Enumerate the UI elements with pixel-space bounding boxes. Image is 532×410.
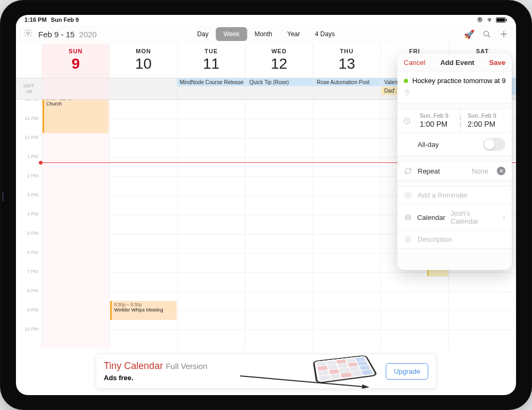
gear-icon[interactable] — [23, 28, 33, 40]
view-day[interactable]: Day — [190, 27, 216, 41]
wifi-icon — [486, 17, 493, 23]
allday-cell-thu[interactable]: Rose Automation Post — [314, 78, 381, 99]
allday-event[interactable]: Quick Tip (Rose) — [247, 78, 314, 87]
hour-label: 5 PM — [16, 231, 41, 250]
allday-cell-sun[interactable] — [41, 78, 109, 99]
allday-cell-mon[interactable] — [109, 78, 177, 99]
note-icon — [404, 236, 412, 243]
ad-subtitle: Full Version — [165, 362, 207, 371]
cancel-button[interactable]: Cancel — [404, 59, 425, 67]
svg-point-10 — [406, 91, 408, 93]
add-event-popover: Cancel Add Event Save — [397, 53, 512, 270]
day-column-thu[interactable] — [313, 100, 380, 349]
allday-toggle[interactable] — [483, 138, 505, 151]
allday-event[interactable]: Rose Automation Post — [314, 78, 381, 87]
calendar-icon — [404, 214, 412, 221]
clear-repeat-icon[interactable]: ✕ — [497, 167, 505, 175]
event-title-row[interactable] — [397, 71, 512, 86]
location-icon — [404, 89, 411, 97]
hour-label: 7 PM — [16, 269, 41, 288]
event-title-input[interactable] — [412, 77, 505, 85]
svg-point-5 — [27, 32, 30, 35]
day-number: 9 — [42, 55, 109, 72]
hour-label: 1 PM — [16, 154, 41, 173]
event-church[interactable]: 9:45 – 11:45 Church — [43, 100, 109, 133]
view-year[interactable]: Year — [280, 27, 307, 41]
screen: 1:16 PM Sun Feb 9 Feb 9 - 15 — [16, 15, 516, 395]
end-datetime[interactable]: Sun, Feb 9 2:00 PM — [460, 109, 508, 133]
hour-label: 9 PM — [16, 307, 41, 326]
event-time: 8:30p – 9:30p — [114, 302, 174, 307]
repeat-icon — [404, 167, 412, 175]
orientation-lock-icon — [477, 17, 483, 23]
allday-cell-tue[interactable]: MindNode Course Release — [177, 78, 246, 99]
save-button[interactable]: Save — [489, 59, 505, 67]
plus-circle-icon — [404, 192, 412, 199]
view-switcher: Day Week Month Year 4 Days — [190, 27, 343, 41]
view-week[interactable]: Week — [216, 27, 247, 41]
event-title: Winkler Whips Meeting — [114, 307, 174, 313]
battery-icon — [496, 17, 508, 23]
hour-label: 3 PM — [16, 192, 41, 211]
svg-point-6 — [484, 31, 488, 36]
timezone-label: GMT -06 — [16, 78, 41, 99]
ipad-frame: 1:16 PM Sun Feb 9 Feb 9 - 15 — [0, 0, 532, 410]
status-time: 1:16 PM — [24, 17, 47, 23]
day-header-thu[interactable]: THU 13 — [313, 44, 380, 78]
day-number: 11 — [178, 55, 245, 72]
search-icon[interactable] — [482, 29, 492, 39]
calendar-value: Josh's Calendar — [451, 209, 497, 225]
calendar-row[interactable]: Calendar Josh's Calendar › — [397, 204, 512, 230]
date-range-text: Feb 9 - 15 — [38, 30, 74, 39]
reminder-label: Add a Reminder — [418, 191, 468, 199]
upgrade-button[interactable]: Upgrade — [386, 363, 428, 380]
svg-rect-4 — [506, 19, 507, 21]
dow-label: TUE — [178, 48, 245, 54]
event-whips[interactable]: 8:30p – 9:30p Winkler Whips Meeting — [110, 301, 176, 320]
description-row[interactable]: Description — [397, 230, 512, 248]
day-column-wed[interactable] — [245, 100, 312, 349]
repeat-row[interactable]: Repeat None ✕ — [397, 162, 512, 180]
day-number: 12 — [245, 55, 312, 72]
add-icon[interactable] — [499, 29, 509, 39]
calendar-label: Calendar — [417, 214, 445, 222]
event-title: Church — [46, 101, 106, 106]
dow-label: SUN — [42, 48, 109, 54]
dow-label: THU — [313, 48, 380, 54]
app-toolbar: Feb 9 - 15 2020 Day Week Month Year 4 Da… — [16, 24, 516, 44]
date-range-year: 2020 — [79, 30, 97, 39]
svg-rect-3 — [496, 18, 505, 21]
day-number: 10 — [110, 55, 177, 72]
day-column-sun[interactable]: 9:45 – 11:45 Church — [41, 100, 109, 349]
hour-label: 12 PM — [16, 135, 41, 154]
allday-row[interactable]: All-day — [397, 133, 512, 155]
hour-label: 4 PM — [16, 211, 41, 231]
day-column-mon[interactable]: 8:30p – 9:30p Winkler Whips Meeting — [109, 100, 177, 349]
allday-cell-wed[interactable]: Quick Tip (Rose) — [246, 78, 314, 99]
hour-label: 6 PM — [16, 250, 41, 269]
date-range-title[interactable]: Feb 9 - 15 2020 — [38, 30, 97, 39]
view-month[interactable]: Month — [247, 27, 279, 41]
day-header-mon[interactable]: MON 10 — [109, 44, 177, 78]
hour-label: 10 AM — [16, 100, 41, 116]
day-column-tue[interactable] — [177, 100, 245, 349]
start-datetime[interactable]: Sun, Feb 9 1:00 PM — [417, 109, 460, 133]
event-location-row[interactable] — [397, 86, 512, 103]
allday-event[interactable]: MindNode Course Release — [177, 78, 246, 87]
end-time: 2:00 PM — [468, 120, 508, 128]
start-time: 1:00 PM — [420, 120, 460, 128]
svg-line-7 — [488, 35, 490, 37]
add-reminder-row[interactable]: Add a Reminder — [397, 186, 512, 204]
svg-rect-1 — [479, 19, 481, 21]
view-4days[interactable]: 4 Days — [307, 27, 342, 41]
ad-image — [304, 357, 378, 385]
day-header-sun[interactable]: SUN 9 — [41, 44, 109, 78]
repeat-value: None — [472, 167, 488, 175]
clock-icon — [403, 117, 411, 125]
dow-label: WED — [245, 48, 312, 54]
hour-label: 2 PM — [16, 173, 41, 192]
day-header-tue[interactable]: TUE 11 — [177, 44, 245, 78]
description-label: Description — [418, 235, 452, 243]
rocket-icon[interactable]: 🚀 — [464, 29, 475, 39]
day-header-wed[interactable]: WED 12 — [245, 44, 312, 78]
